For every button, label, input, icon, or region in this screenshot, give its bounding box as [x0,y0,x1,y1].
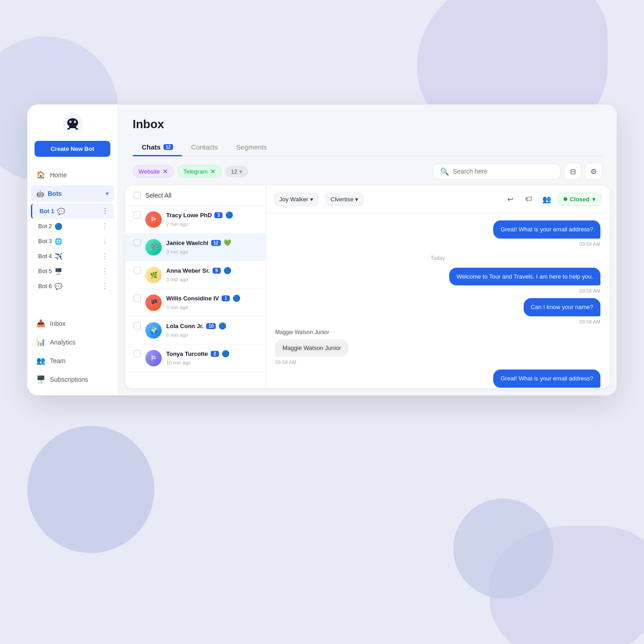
chat-item-5[interactable]: 🌍 Lola Conn Jr. 10 🔵 6 min ago [125,317,266,344]
chat-info-6: Tonya Turcotte 2 🔵 10 min ago [166,350,258,366]
chat-item-1[interactable]: 🏳 Tracy Lowe PhD 3 🔵 2 min ago [125,206,266,234]
chat-avatar-3: 🌿 [145,267,162,283]
message-6: Great! What is your email address? [493,369,600,388]
search-input[interactable] [453,168,554,175]
sidebar-navigation: 🏠 Home [27,166,118,184]
bot2-more-icon[interactable]: ⋮ [101,222,109,230]
svg-point-4 [70,121,71,122]
chat-item-2[interactable]: 🏁 Janice Waelchi 12 💚 3 min ago [125,234,266,261]
bot1-platform-icon: 💬 [57,208,65,215]
chat-platform-3: 🔵 [223,267,231,274]
chat-time-5: 6 min ago [166,332,188,338]
bot1-more-icon[interactable]: ⋮ [101,207,109,215]
bots-header[interactable]: 🤖 Bots ▾ [31,185,114,202]
chat-avatar-6: 🏳 [145,350,162,366]
sidebar-item-bot4[interactable]: Bot 4 ✈️ ⋮ [31,249,114,264]
settings-icon: ⚙ [590,167,597,176]
chat-name-1: Tracy Lowe PhD [166,212,212,219]
filter-more-button[interactable]: 12 + [225,166,248,177]
assign-icon-button[interactable]: 👥 [540,192,554,206]
select-all-checkbox[interactable] [134,192,141,199]
filter-website-close-icon[interactable]: ✕ [163,168,168,175]
chat-item-2-checkbox[interactable] [134,239,141,246]
sidebar-item-bot6[interactable]: Bot 6 💬 ⋮ [31,279,114,294]
chat-item-3-checkbox[interactable] [134,267,141,274]
message-5-time: 09:58 AM [275,359,296,365]
chat-item-1-checkbox[interactable] [134,211,141,219]
inbox-header: Inbox Chats 12 Contacts Segments [118,105,617,156]
chat-list: Select All 🏳 Tracy Lowe PhD 3 🔵 2 [125,185,266,388]
filter-icon-button[interactable]: ⊟ [564,163,581,180]
chat-platform-6: 🔵 [222,350,229,357]
message-3-time: 09:58 AM [580,288,600,294]
page-title: Inbox [133,117,602,131]
sidebar-item-bot3[interactable]: Bot 3 🌐 ⋮ [31,234,114,249]
sidebar-item-bot2[interactable]: Bot 2 🔵 ⋮ [31,219,114,234]
filter-website[interactable]: Website ✕ [133,165,174,178]
bot4-more-icon[interactable]: ⋮ [101,252,109,260]
sidebar-item-bot1[interactable]: Bot 1 💬 ⋮ [31,204,114,219]
company-chevron-icon: ▾ [355,196,358,203]
select-all-label: Select All [145,192,172,199]
company-dropdown[interactable]: Clvertise ▾ [326,193,364,206]
create-bot-button[interactable]: Create New Bot [35,141,110,157]
chat-avatar-2: 🏁 [145,239,162,255]
status-button[interactable]: Closed ▾ [558,193,601,206]
chat-badge-3: 9 [213,268,221,274]
bot5-platform-icon: 🖥️ [54,268,62,275]
bot4-name-label: Bot 4 [38,253,52,260]
tag-icon-button[interactable]: 🏷 [521,192,536,206]
funnel-icon: ⊟ [570,167,576,176]
tab-contacts[interactable]: Contacts [182,139,227,155]
chat-name-6: Tonya Turcotte [166,350,208,357]
chat-item-5-checkbox[interactable] [134,322,141,329]
reply-icon-button[interactable]: ↩ [503,192,518,206]
bg-decoration-5 [490,526,644,644]
tab-contacts-label: Contacts [191,143,218,151]
chat-name-row-4: Willis Considine IV 1 🔵 [166,295,258,302]
chat-item-4[interactable]: 🏴 Willis Considine IV 1 🔵 3 min ago [125,289,266,317]
bot3-more-icon[interactable]: ⋮ [101,237,109,245]
sidebar-item-analytics[interactable]: 📊 Analytics [31,333,114,351]
bot4-platform-icon: ✈️ [54,253,62,260]
svg-point-5 [74,121,75,122]
chat-name-5: Lola Conn Jr. [166,323,203,329]
message-5-sender: Maggie Watson Junior [275,329,329,335]
sidebar-item-inbox-label: Inbox [50,320,65,327]
bot6-platform-icon: 💬 [54,283,62,290]
agent-dropdown[interactable]: Joy Walker ▾ [274,193,318,206]
sidebar: Create New Bot 🏠 Home 🤖 Bots ▾ Bot 1 💬 ⋮ [27,105,118,395]
chat-time-3: 3 min ago [166,277,188,282]
chat-item-4-checkbox[interactable] [134,295,141,302]
messages-area: Great! What is your email address? 09:58… [266,213,609,388]
svg-rect-9 [67,128,70,130]
bot6-more-icon[interactable]: ⋮ [101,282,109,290]
sidebar-item-subscriptions[interactable]: 🖥️ Subscriptions [31,370,114,388]
chat-item-6[interactable]: 🏳 Tonya Turcotte 2 🔵 10 min ago [125,344,266,372]
tab-chats[interactable]: Chats 12 [133,139,182,155]
bg-decoration-3 [27,426,154,553]
sidebar-item-home[interactable]: 🏠 Home [31,166,114,184]
chat-name-4: Willis Considine IV [166,295,219,302]
sidebar-item-inbox[interactable]: 📥 Inbox [31,315,114,332]
chat-platform-1: 🔵 [225,211,233,219]
chat-item-3[interactable]: 🌿 Anna Weber Sr. 9 🔵 3 min ago [125,261,266,289]
home-icon: 🏠 [36,170,45,179]
chat-info-3: Anna Weber Sr. 9 🔵 3 min ago [166,267,258,283]
chat-area: Select All 🏳 Tracy Lowe PhD 3 🔵 2 [125,185,609,388]
panel-action-icons: ↩ 🏷 👥 Closed ▾ [503,192,601,206]
bot2-name-label: Bot 2 [38,223,52,230]
settings-icon-button[interactable]: ⚙ [585,163,602,180]
sidebar-item-team[interactable]: 👥 Team [31,352,114,369]
chat-platform-5: 🔵 [218,322,226,329]
filter-telegram-close-icon[interactable]: ✕ [210,168,216,175]
tab-segments[interactable]: Segments [227,139,276,155]
chat-panel: Joy Walker ▾ Clvertise ▾ ↩ 🏷 [266,185,609,388]
sidebar-item-bot5[interactable]: Bot 5 🖥️ ⋮ [31,264,114,279]
sidebar-item-analytics-label: Analytics [50,339,75,346]
chat-item-6-checkbox[interactable] [134,350,141,357]
filter-telegram[interactable]: Telegram ✕ [178,165,222,178]
search-icon: 🔍 [440,167,449,176]
assign-icon: 👥 [542,195,551,204]
bot5-more-icon[interactable]: ⋮ [101,267,109,275]
